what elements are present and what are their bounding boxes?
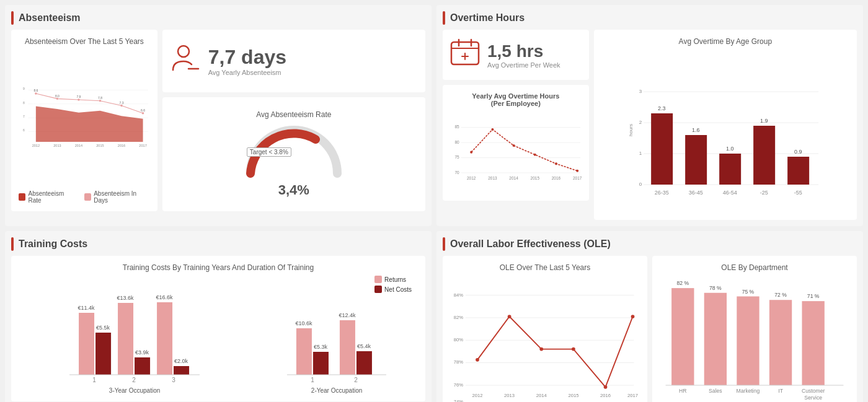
training-title: Training Costs: [19, 238, 87, 250]
age-chart-title: Avg Overtime By Age Group: [601, 37, 849, 46]
three-year-svg: €11.4k €5.5k €13.6k €3.9k €16.6k €2.0k: [19, 276, 250, 387]
svg-text:2013: 2013: [53, 144, 61, 147]
ot-yearly-card: Yearly Avg Overtime Hours (Per Employee)…: [443, 85, 589, 201]
svg-point-129: [631, 315, 635, 318]
svg-text:0: 0: [639, 181, 642, 187]
svg-text:78%: 78%: [454, 360, 463, 365]
abs-legend: Absenteeism Rate Absenteeism In Days: [19, 190, 150, 204]
svg-text:84%: 84%: [454, 292, 463, 298]
svg-text:6.6: 6.6: [141, 108, 145, 112]
ot-stat-card: 1,5 hrs Avg Overtime Per Week: [443, 30, 589, 80]
ole-line-title: OLE Over The Last 5 Years: [450, 263, 640, 272]
svg-text:3: 3: [639, 89, 642, 94]
svg-text:2014: 2014: [509, 176, 518, 180]
svg-text:82 %: 82 %: [676, 280, 689, 286]
svg-text:75 %: 75 %: [742, 289, 755, 295]
ole-bar-title: OLE By Department: [660, 263, 849, 272]
abs-stat-card: 7,7 days Avg Yearly Absenteeism: [162, 30, 425, 92]
svg-text:2016: 2016: [600, 393, 611, 398]
svg-text:IT: IT: [778, 388, 783, 394]
svg-text:1.9: 1.9: [760, 118, 768, 124]
svg-text:7.8: 7.8: [98, 96, 102, 100]
svg-rect-144: [802, 301, 825, 385]
svg-text:71 %: 71 %: [807, 293, 820, 299]
svg-point-52: [513, 144, 515, 147]
abs-days-color: [84, 193, 91, 201]
svg-text:7.3: 7.3: [120, 101, 124, 105]
svg-text:4.1%: 4.1%: [32, 102, 40, 105]
svg-text:€12.4k: €12.4k: [339, 312, 356, 318]
svg-text:-25: -25: [760, 190, 768, 196]
abs-chart-card: Absenteeism Over The Last 5 Years 9 8 7 …: [11, 30, 157, 211]
svg-text:78 %: 78 %: [709, 285, 722, 291]
ole-line-card: OLE Over The Last 5 Years 84% 82% 80% 78…: [443, 256, 647, 402]
legend-returns: Returns: [374, 276, 412, 283]
abs-rate-color: [19, 193, 25, 201]
svg-text:7: 7: [23, 115, 25, 118]
svg-point-124: [476, 358, 479, 362]
ot-age-card: Avg Overtime By Age Group hours 0 1 2 3: [594, 30, 857, 220]
svg-text:7.9: 7.9: [76, 95, 81, 98]
abs-value: 7,7 days: [208, 46, 286, 69]
svg-text:6: 6: [23, 128, 25, 132]
ole-line-svg: 84% 82% 80% 78% 76% 74%: [450, 276, 640, 402]
svg-text:€3.9k: €3.9k: [135, 349, 149, 356]
abs-legend-days: Absenteeism In Days: [84, 190, 150, 204]
svg-text:1: 1: [92, 377, 96, 383]
svg-text:2016: 2016: [552, 176, 561, 180]
svg-text:3: 3: [172, 377, 175, 383]
svg-rect-79: [787, 157, 809, 185]
gauge-title: Avg Absenteeism Rate: [256, 110, 331, 119]
legend-net: Net Costs: [374, 286, 412, 293]
svg-text:2: 2: [132, 377, 136, 383]
training-card: Training Costs By Training Years And Dur…: [11, 256, 425, 401]
person-minus-icon: [170, 43, 201, 79]
two-year-label: 2-Year Occupation: [311, 387, 362, 394]
svg-text:3.6%: 3.6%: [97, 106, 104, 110]
svg-text:46-54: 46-54: [722, 190, 737, 196]
age-chart-svg: hours 0 1 2 3 2.3 1: [601, 50, 849, 211]
svg-text:75: 75: [454, 155, 459, 159]
svg-text:2012: 2012: [32, 144, 40, 147]
returns-color: [374, 276, 382, 283]
svg-point-126: [539, 347, 543, 351]
svg-text:85: 85: [454, 125, 459, 129]
svg-text:€5.4k: €5.4k: [357, 343, 371, 349]
overtime-header: Overtime Hours: [443, 11, 857, 25]
svg-rect-90: [118, 303, 133, 375]
svg-rect-75: [719, 154, 741, 185]
svg-point-128: [604, 385, 608, 389]
svg-text:HR: HR: [679, 388, 686, 394]
svg-text:hours: hours: [628, 124, 634, 136]
svg-point-127: [572, 347, 575, 351]
svg-point-26: [99, 100, 101, 102]
overtime-accent: [443, 11, 445, 25]
svg-rect-77: [753, 126, 775, 185]
absenteeism-body: 7,7 days Avg Yearly Absenteeism Absentee…: [11, 30, 425, 211]
svg-rect-73: [685, 135, 707, 185]
svg-text:Sales: Sales: [709, 388, 722, 394]
abs-days-label: Absenteeism In Days: [94, 190, 150, 204]
svg-text:36-45: 36-45: [688, 190, 702, 196]
absenteeism-section: Absenteeism 7,7 days Avg Yearly Absentee…: [5, 5, 432, 226]
svg-rect-138: [704, 293, 727, 385]
svg-rect-142: [769, 300, 792, 385]
ot-value: 1,5 hrs: [487, 42, 560, 61]
svg-text:2014: 2014: [536, 393, 547, 398]
ole-title: Overall Labor Effectiveness (OLE): [450, 238, 611, 250]
ole-body: OLE Over The Last 5 Years 84% 82% 80% 78…: [443, 256, 857, 402]
svg-point-24: [56, 98, 58, 100]
svg-text:8: 8: [23, 101, 25, 105]
svg-point-27: [120, 105, 122, 107]
ole-accent: [443, 237, 445, 251]
ole-bar-card: OLE By Department 82 % 78 % 75 % 72 %: [652, 256, 857, 402]
svg-text:80: 80: [454, 140, 459, 144]
svg-text:2017: 2017: [627, 393, 638, 398]
svg-rect-140: [737, 297, 759, 385]
svg-text:-55: -55: [794, 190, 802, 196]
svg-rect-108: [356, 351, 372, 375]
training-header: Training Costs: [11, 237, 425, 251]
svg-text:Marketing: Marketing: [737, 388, 760, 394]
svg-point-35: [312, 136, 319, 142]
svg-text:€16.6k: €16.6k: [156, 294, 174, 300]
